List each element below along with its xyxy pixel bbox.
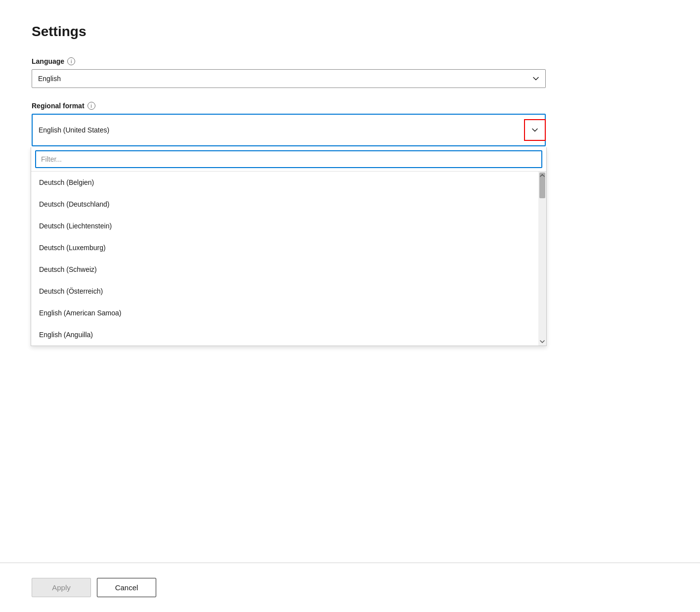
filter-input-wrapper <box>31 147 546 172</box>
dropdown-list-container: Deutsch (Belgien) Deutsch (Deutschland) … <box>31 172 546 346</box>
list-item[interactable]: Deutsch (Liechtenstein) <box>31 215 538 237</box>
regional-format-chevron-button[interactable] <box>524 119 546 141</box>
regional-format-selected-row[interactable]: English (United States) <box>33 115 545 145</box>
scrollbar-track[interactable] <box>538 172 546 346</box>
regional-format-select[interactable]: English (United States) <box>32 114 546 146</box>
list-item[interactable]: English (Anguilla) <box>31 324 538 346</box>
language-select[interactable]: English <box>32 69 546 88</box>
language-chevron-button[interactable] <box>526 69 546 88</box>
list-item[interactable]: Deutsch (Belgien) <box>31 172 538 193</box>
regional-format-dropdown-container: English (United States) De <box>32 114 546 146</box>
chevron-down-icon-regional <box>531 127 538 133</box>
page-title: Settings <box>32 24 537 40</box>
regional-format-info-icon: i <box>88 102 95 110</box>
regional-format-label: Regional format i <box>32 102 537 110</box>
regional-format-selected-value: English (United States) <box>39 126 524 134</box>
scroll-up-icon <box>540 174 545 177</box>
list-item[interactable]: Deutsch (Deutschland) <box>31 193 538 215</box>
language-select-wrapper: English <box>32 69 546 88</box>
regional-format-field-group: Regional format i English (United States… <box>32 102 537 146</box>
language-info-icon: i <box>67 57 75 65</box>
list-item[interactable]: English (American Samoa) <box>31 302 538 324</box>
language-label: Language i <box>32 57 537 65</box>
footer-bar: Apply Cancel <box>0 563 700 612</box>
language-selected-value: English <box>38 75 61 83</box>
settings-page: Settings Language i English Regional for… <box>0 0 569 184</box>
dropdown-list: Deutsch (Belgien) Deutsch (Deutschland) … <box>31 172 546 346</box>
chevron-down-icon <box>532 75 539 82</box>
apply-button[interactable]: Apply <box>32 578 91 597</box>
scroll-up-arrow[interactable] <box>538 172 546 179</box>
filter-input[interactable] <box>35 150 542 168</box>
list-item[interactable]: Deutsch (Luxemburg) <box>31 237 538 259</box>
language-field-group: Language i English <box>32 57 537 88</box>
list-item[interactable]: Deutsch (Österreich) <box>31 280 538 302</box>
scroll-down-arrow[interactable] <box>538 338 546 346</box>
cancel-button[interactable]: Cancel <box>97 578 156 597</box>
list-item[interactable]: Deutsch (Schweiz) <box>31 259 538 280</box>
regional-format-dropdown-panel: Deutsch (Belgien) Deutsch (Deutschland) … <box>31 147 547 346</box>
scroll-down-icon <box>540 340 545 343</box>
